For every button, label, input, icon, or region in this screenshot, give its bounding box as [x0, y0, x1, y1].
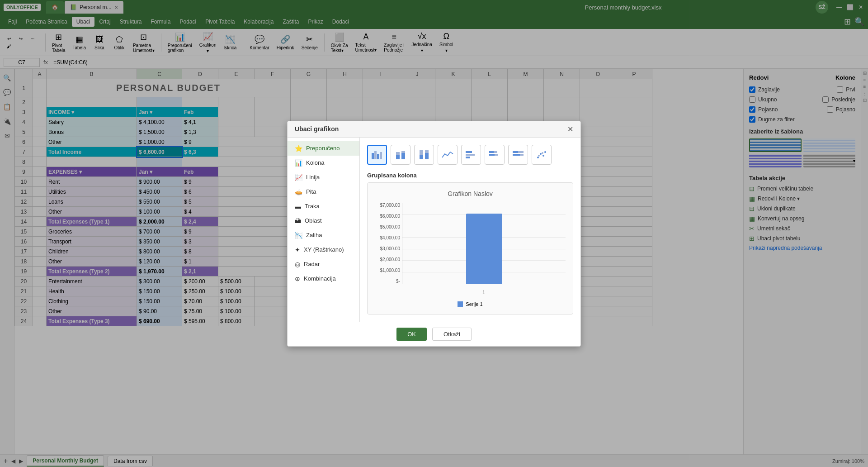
sidebar-item-kombinacija-label: Kombinacija — [304, 275, 336, 282]
svg-rect-4 — [396, 155, 400, 159]
svg-rect-18 — [495, 154, 498, 156]
sidebar-item-traka-label: Traka — [305, 203, 320, 210]
chart-type-line[interactable] — [438, 145, 458, 165]
grid-line-7 — [402, 203, 566, 203]
svg-rect-16 — [494, 151, 497, 153]
svg-point-26 — [544, 151, 546, 153]
sidebar-item-zaliha[interactable]: 📉 Zaliha — [288, 228, 359, 243]
stacked-column-icon — [394, 149, 407, 160]
cancel-button[interactable]: Otkaži — [432, 328, 472, 341]
sidebar-item-oblast[interactable]: 🏔 Oblast — [288, 214, 359, 228]
modal-overlay: Ubaci grafikon ✕ ⭐ Preporučeno 📊 Kolona … — [0, 0, 868, 467]
line-icon — [441, 149, 454, 160]
chart-type-scatter[interactable] — [532, 145, 552, 165]
modal-sidebar: ⭐ Preporučeno 📊 Kolona 📈 Linija 🥧 Pita ▬ — [288, 138, 360, 322]
radar-icon: ◎ — [295, 261, 300, 268]
kombinacija-icon: ⊕ — [295, 275, 300, 282]
svg-rect-7 — [401, 151, 405, 153]
xy-icon: ✦ — [295, 246, 300, 253]
insert-chart-modal: Ubaci grafikon ✕ ⭐ Preporučeno 📊 Kolona … — [287, 121, 581, 347]
x-axis-label: 1 — [402, 290, 566, 295]
traka-icon: ▬ — [295, 203, 301, 210]
sidebar-item-linija[interactable]: 📈 Linija — [288, 170, 359, 185]
ok-button[interactable]: OK — [396, 328, 427, 341]
y-label-5000: $5,000.00 — [380, 224, 401, 229]
stacked-bar-icon — [488, 149, 501, 160]
100-stacked-bar-icon — [512, 149, 524, 160]
chart-type-row — [367, 145, 573, 165]
svg-point-23 — [537, 157, 539, 158]
legend-label-1: Serije 1 — [466, 301, 482, 307]
svg-point-24 — [540, 153, 542, 155]
kolona-icon: 📊 — [295, 159, 302, 167]
pita-icon: 🥧 — [295, 188, 302, 195]
sidebar-item-pita[interactable]: 🥧 Pita — [288, 185, 359, 199]
linija-icon: 📈 — [295, 174, 302, 181]
svg-point-28 — [542, 152, 543, 154]
svg-rect-15 — [489, 151, 494, 153]
y-label-6000: $6,000.00 — [380, 214, 401, 219]
y-label-7000: $7,000.00 — [380, 203, 401, 208]
chart-subtype-label: Grupisana kolona — [367, 172, 573, 179]
100-stacked-icon — [418, 149, 430, 160]
svg-rect-11 — [425, 153, 429, 159]
chart-type-100-stacked[interactable] — [414, 145, 434, 165]
y-label-3000: $3,000.00 — [380, 246, 401, 251]
y-label-4000: $4,000.00 — [380, 235, 401, 240]
svg-rect-22 — [513, 154, 520, 156]
bar-icon — [465, 149, 477, 160]
chart-preview-title: Grafikon Naslov — [375, 190, 566, 197]
chart-type-100-stacked-bar[interactable] — [508, 145, 528, 165]
sidebar-item-traka[interactable]: ▬ Traka — [288, 199, 359, 214]
modal-title: Ubaci grafikon — [295, 125, 339, 133]
chart-preview: Grafikon Naslov $7,000.00 $6,000.00 $5,0… — [367, 182, 573, 315]
zaliha-icon: 📉 — [295, 232, 302, 239]
chart-type-grouped-column[interactable] — [367, 145, 387, 165]
svg-point-25 — [542, 155, 544, 157]
modal-header: Ubaci grafikon ✕ — [288, 121, 580, 138]
svg-rect-3 — [380, 152, 382, 159]
sidebar-item-pita-label: Pita — [306, 188, 316, 195]
chart-bar-1 — [466, 214, 502, 284]
sidebar-item-kolona[interactable]: 📊 Kolona — [288, 156, 359, 170]
sidebar-item-oblast-label: Oblast — [305, 217, 322, 224]
sidebar-item-kolona-label: Kolona — [306, 159, 324, 166]
modal-main-content: Grupisana kolona Grafikon Naslov $7,000.… — [360, 138, 580, 322]
svg-rect-1 — [374, 151, 377, 159]
y-label-1000: $1,000.00 — [380, 268, 401, 273]
sidebar-item-recommended-label: Preporučeno — [306, 145, 340, 152]
sidebar-item-linija-label: Linija — [306, 174, 320, 181]
svg-rect-0 — [372, 153, 374, 159]
sidebar-item-radar[interactable]: ◎ Radar — [288, 257, 359, 272]
bar-group — [466, 214, 502, 284]
sidebar-item-kombinacija[interactable]: ⊕ Kombinacija — [288, 272, 359, 286]
svg-rect-20 — [513, 151, 518, 153]
scatter-icon — [535, 149, 548, 160]
svg-rect-5 — [396, 152, 400, 155]
svg-rect-14 — [466, 157, 470, 158]
svg-point-27 — [538, 155, 540, 157]
sidebar-item-xy-label: XY (Raštrkano) — [304, 246, 344, 253]
chart-type-stacked-column[interactable] — [391, 145, 410, 165]
chart-type-stacked-bar[interactable] — [485, 145, 505, 165]
chart-legend: Serije 1 — [375, 301, 566, 307]
svg-rect-9 — [420, 155, 423, 159]
modal-body: ⭐ Preporučeno 📊 Kolona 📈 Linija 🥧 Pita ▬ — [288, 138, 580, 322]
sidebar-item-xy[interactable]: ✦ XY (Raštrkano) — [288, 243, 359, 257]
chart-plot-area — [402, 203, 566, 284]
oblast-icon: 🏔 — [295, 217, 301, 224]
svg-rect-13 — [466, 154, 475, 156]
svg-rect-12 — [466, 151, 472, 153]
svg-rect-17 — [489, 154, 495, 156]
chart-type-bar[interactable] — [461, 145, 481, 165]
legend-color-1 — [458, 301, 463, 307]
chart-area: $7,000.00 $6,000.00 $5,000.00 $4,000.00 … — [375, 203, 566, 298]
recommended-icon: ⭐ — [295, 145, 302, 152]
y-axis: $7,000.00 $6,000.00 $5,000.00 $4,000.00 … — [375, 203, 402, 284]
sidebar-item-zaliha-label: Zaliha — [306, 232, 322, 238]
y-label-2000: $2,000.00 — [380, 257, 401, 262]
sidebar-item-recommended[interactable]: ⭐ Preporučeno — [288, 141, 359, 156]
modal-close-button[interactable]: ✕ — [567, 125, 573, 133]
svg-rect-6 — [401, 153, 405, 159]
modal-footer: OK Otkaži — [288, 322, 580, 346]
